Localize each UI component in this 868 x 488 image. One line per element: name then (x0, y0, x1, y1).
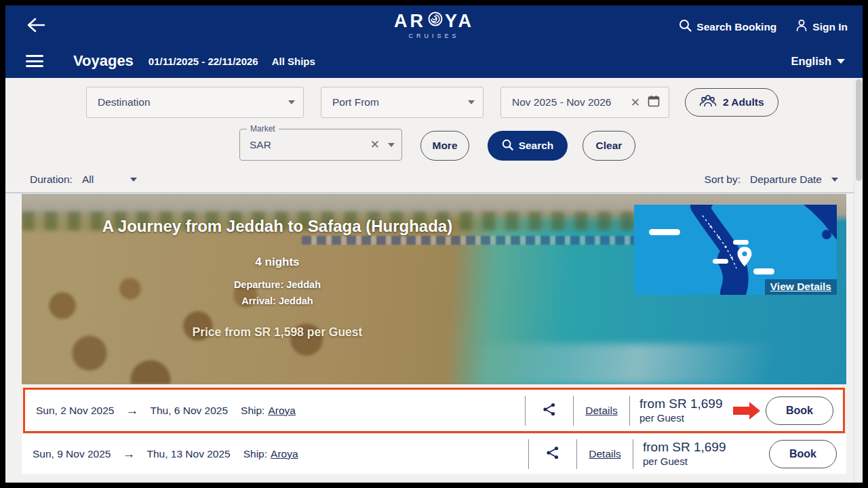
details-link[interactable]: Details (585, 405, 617, 416)
voyage-price-from: Price from SR 1,598 per Guest (22, 325, 533, 340)
share-icon (542, 402, 557, 420)
price-unit: per Guest (643, 455, 736, 468)
guests-button[interactable]: 2 Adults (685, 88, 778, 117)
page-title: Voyages (73, 52, 134, 70)
share-button[interactable] (526, 402, 573, 420)
more-label: More (432, 140, 457, 152)
logo-swirl-icon (427, 11, 443, 32)
share-button[interactable] (529, 445, 576, 463)
sign-in-label: Sign In (812, 21, 848, 33)
ship-label: Ship: (243, 448, 267, 460)
list-controls: Duration: All Sort by: Departure Date (30, 174, 838, 186)
back-arrow-icon[interactable] (26, 16, 46, 34)
voyage-list: Sun, 2 Nov 2025 → Thu, 6 Nov 2025 Ship: … (22, 388, 846, 474)
clear-market-icon[interactable]: ✕ (370, 138, 380, 152)
share-icon (545, 445, 560, 463)
hero-text-block: A Journey from Jeddah to Safaga (Hurghad… (22, 217, 533, 340)
port-from-select[interactable]: Port From (321, 87, 484, 118)
sort-selector[interactable]: Sort by: Departure Date (705, 174, 838, 186)
voyage-nights: 4 nights (22, 256, 533, 269)
chevron-down-icon (388, 143, 395, 147)
chevron-down-icon (130, 178, 137, 182)
book-button[interactable]: Book (769, 440, 837, 468)
calendar-icon[interactable] (647, 94, 660, 110)
ship-label: Ship: (241, 405, 264, 417)
header: AR YA CRUISES Search Booking (5, 5, 863, 78)
chevron-down-icon (831, 178, 838, 182)
chevron-down-icon (468, 100, 475, 104)
search-label: Search (519, 140, 554, 152)
aroya-logo[interactable]: AR YA CRUISES (394, 11, 474, 39)
route-arrow-icon: → (125, 403, 138, 418)
voyage-row-highlighted: Sun, 2 Nov 2025 → Thu, 6 Nov 2025 Ship: … (23, 388, 845, 433)
search-icon (679, 19, 692, 35)
route-map-thumbnail[interactable]: View Details (634, 205, 837, 295)
voyage-hero-banner: A Journey from Jeddah to Safaga (Hurghad… (22, 194, 846, 384)
price-unit: per Guest (639, 412, 733, 425)
search-icon (502, 139, 513, 153)
chevron-down-icon (837, 59, 845, 64)
price-block: from SR 1,699 per Guest (633, 439, 736, 468)
sort-label: Sort by: (705, 174, 741, 186)
person-icon (795, 19, 808, 35)
route-arrow-icon: → (122, 447, 135, 462)
header-date-range: 01/11/2025 - 22/11/2026 (149, 56, 258, 67)
duration-value: All (82, 174, 94, 186)
scrollbar-thumb[interactable] (856, 79, 862, 181)
guests-label: 2 Adults (723, 96, 764, 108)
destination-placeholder: Destination (98, 96, 288, 108)
divider (5, 192, 863, 193)
annotation-arrow-icon (733, 402, 760, 420)
scrollbar[interactable] (854, 78, 863, 483)
arrive-date: Thu, 13 Nov 2025 (146, 448, 230, 460)
date-range-field[interactable]: Nov 2025 - Nov 2026 ✕ (500, 87, 669, 118)
language-selector[interactable]: English (791, 55, 845, 68)
language-label: English (791, 55, 831, 68)
sort-value: Departure Date (750, 174, 822, 186)
voyage-row: Sun, 9 Nov 2025 → Thu, 13 Nov 2025 Ship:… (22, 433, 846, 474)
voyage-departure: Departure: Jeddah (22, 279, 533, 290)
duration-filter[interactable]: Duration: All (30, 174, 137, 186)
header-top-row: AR YA CRUISES Search Booking (5, 5, 863, 44)
clear-label: Clear (596, 140, 623, 152)
voyage-title: A Journey from Jeddah to Safaga (Hurghad… (22, 217, 533, 236)
depart-date: Sun, 9 Nov 2025 (33, 448, 111, 460)
market-field[interactable]: Market SAR ✕ (239, 129, 402, 161)
market-value: SAR (250, 139, 362, 151)
page: AR YA CRUISES Search Booking (5, 5, 863, 483)
logo-text-left: AR (394, 11, 426, 32)
ship-link[interactable]: Aroya (271, 448, 298, 460)
search-booking-label: Search Booking (696, 21, 776, 33)
book-button[interactable]: Book (766, 396, 833, 425)
header-ships-filter: All Ships (272, 56, 315, 67)
voyage-arrival: Arrival: Jeddah (22, 296, 533, 306)
more-filters-button[interactable]: More (420, 131, 469, 161)
search-button[interactable]: Search (488, 131, 568, 161)
header-bottom-row: Voyages 01/11/2025 - 22/11/2026 All Ship… (5, 44, 863, 78)
depart-date: Sun, 2 Nov 2025 (36, 405, 114, 417)
filters-panel: Destination Port From Nov 2025 - Nov 202… (5, 87, 863, 161)
date-range-value: Nov 2025 - Nov 2026 (512, 96, 624, 108)
duration-label: Duration: (30, 174, 73, 186)
clear-button[interactable]: Clear (583, 131, 635, 161)
clear-dates-icon[interactable]: ✕ (631, 96, 640, 110)
market-legend: Market (247, 124, 279, 134)
logo-text-right: YA (445, 11, 474, 32)
chevron-down-icon (288, 100, 295, 104)
price-block: from SR 1,699 per Guest (630, 396, 733, 425)
logo-subtitle: CRUISES (394, 33, 474, 39)
price-from: from SR 1,699 (643, 439, 736, 455)
port-from-placeholder: Port From (332, 96, 468, 108)
details-link[interactable]: Details (589, 448, 620, 460)
ship-link[interactable]: Aroya (268, 405, 296, 417)
view-details-link[interactable]: View Details (765, 279, 837, 295)
guests-group-icon (699, 94, 717, 110)
menu-icon[interactable] (26, 55, 43, 67)
price-from: from SR 1,699 (639, 396, 733, 412)
sign-in-button[interactable]: Sign In (795, 19, 848, 35)
arrive-date: Thu, 6 Nov 2025 (150, 405, 228, 417)
search-booking-button[interactable]: Search Booking (679, 19, 776, 35)
destination-select[interactable]: Destination (86, 87, 304, 118)
